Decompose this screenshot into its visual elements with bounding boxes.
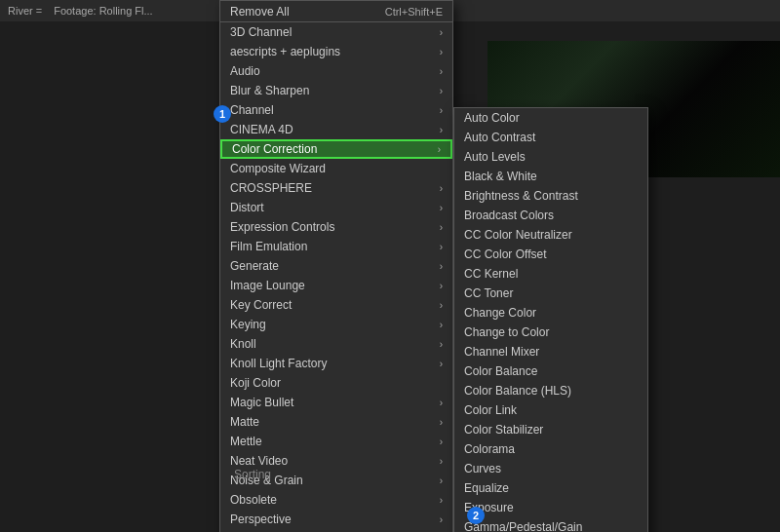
submenu-item-color-stabilizer[interactable]: Color Stabilizer bbox=[454, 420, 647, 439]
label-equalize: Equalize bbox=[464, 481, 509, 495]
submenu-item-cc-toner[interactable]: CC Toner bbox=[454, 284, 647, 303]
label-distort: Distort bbox=[230, 201, 264, 214]
label-mettle: Mettle bbox=[230, 435, 262, 448]
submenu-item-channel-mixer[interactable]: Channel Mixer bbox=[454, 342, 647, 361]
menu-item-mettle[interactable]: Mettle › bbox=[220, 432, 452, 451]
menu-item-knoll[interactable]: Knoll › bbox=[220, 334, 452, 354]
menu-item-key-correct[interactable]: Key Correct › bbox=[220, 295, 452, 315]
menu-item-film-emulation[interactable]: Film Emulation › bbox=[220, 237, 452, 256]
submenu-item-auto-color[interactable]: Auto Color bbox=[454, 108, 647, 128]
arrow-cinema4d: › bbox=[440, 125, 443, 135]
arrow-film-emulation: › bbox=[440, 242, 443, 252]
arrow-magic-bullet: › bbox=[440, 398, 443, 408]
menu-item-channel[interactable]: Channel › bbox=[220, 100, 452, 120]
label-auto-levels: Auto Levels bbox=[464, 150, 526, 164]
menu-item-blur[interactable]: Blur & Sharpen › bbox=[220, 81, 452, 100]
arrow-channel: › bbox=[440, 105, 443, 116]
submenu-item-cc-neutralizer[interactable]: CC Color Neutralizer bbox=[454, 225, 647, 245]
menu-item-color-correction[interactable]: Color Correction › bbox=[220, 139, 452, 159]
river-label: River = bbox=[8, 5, 42, 17]
submenu-item-colorama[interactable]: Colorama bbox=[454, 439, 647, 459]
submenu-item-cc-offset[interactable]: CC Color Offset bbox=[454, 245, 647, 264]
label-channel: Channel bbox=[230, 103, 274, 117]
submenu-item-change-to-color[interactable]: Change to Color bbox=[454, 323, 647, 342]
submenu-item-color-link[interactable]: Color Link bbox=[454, 400, 647, 420]
label-color-balance: Color Balance bbox=[464, 364, 537, 378]
arrow-aescripts: › bbox=[440, 47, 443, 57]
label-film-emulation: Film Emulation bbox=[230, 240, 307, 253]
label-channel-mixer: Channel Mixer bbox=[464, 345, 539, 359]
arrow-color-correction: › bbox=[438, 144, 441, 155]
submenu-item-black-white[interactable]: Black & White bbox=[454, 167, 647, 186]
submenu-item-broadcast[interactable]: Broadcast Colors bbox=[454, 206, 647, 225]
menu-item-3d-channel[interactable]: 3D Channel › bbox=[220, 22, 452, 42]
label-cinema4d: CINEMA 4D bbox=[230, 123, 293, 136]
menu-item-perspective[interactable]: Perspective › bbox=[220, 510, 452, 529]
label-matte: Matte bbox=[230, 415, 259, 429]
menu-item-keying[interactable]: Keying › bbox=[220, 315, 452, 334]
submenu-item-auto-contrast[interactable]: Auto Contrast bbox=[454, 128, 647, 147]
menu-item-matte[interactable]: Matte › bbox=[220, 412, 452, 432]
arrow-perspective: › bbox=[440, 514, 443, 525]
label-color-correction: Color Correction bbox=[232, 142, 317, 156]
menu-item-obsolete[interactable]: Obsolete › bbox=[220, 490, 452, 510]
submenu-color-correction: Auto Color Auto Contrast Auto Levels Bla… bbox=[453, 107, 648, 532]
arrow-audio: › bbox=[440, 66, 443, 77]
menu-item-knoll-light[interactable]: Knoll Light Factory › bbox=[220, 354, 452, 373]
menu-item-koji-color[interactable]: Koji Color bbox=[220, 373, 452, 393]
label-composite-wizard: Composite Wizard bbox=[230, 162, 326, 175]
arrow-blur: › bbox=[440, 86, 443, 96]
menu-item-distort[interactable]: Distort › bbox=[220, 198, 452, 217]
menu-item-expression-controls[interactable]: Expression Controls › bbox=[220, 217, 452, 237]
submenu-item-color-balance[interactable]: Color Balance bbox=[454, 361, 647, 381]
arrow-distort: › bbox=[440, 203, 443, 213]
submenu-item-curves[interactable]: Curves bbox=[454, 459, 647, 478]
menu-item-generate[interactable]: Generate › bbox=[220, 256, 452, 276]
menu-item-remove-all[interactable]: Remove All Ctrl+Shift+E bbox=[220, 1, 452, 22]
arrow-obsolete: › bbox=[440, 495, 443, 506]
label-cc-kernel: CC Kernel bbox=[464, 267, 518, 281]
badge-two: 2 bbox=[467, 507, 485, 524]
arrow-image-lounge: › bbox=[440, 281, 443, 291]
label-cc-toner: CC Toner bbox=[464, 286, 513, 300]
label-auto-contrast: Auto Contrast bbox=[464, 131, 535, 144]
submenu-item-brightness[interactable]: Brightness & Contrast bbox=[454, 186, 647, 206]
label-audio: Audio bbox=[230, 64, 260, 78]
submenu-item-color-balance-hls[interactable]: Color Balance (HLS) bbox=[454, 381, 647, 400]
menu-item-aescripts[interactable]: aescripts + aeplugins › bbox=[220, 42, 452, 61]
label-obsolete: Obsolete bbox=[230, 493, 277, 507]
menu-item-composite-wizard[interactable]: Composite Wizard bbox=[220, 159, 452, 178]
arrow-generate: › bbox=[440, 261, 443, 272]
menu-item-cinema4d[interactable]: CINEMA 4D › bbox=[220, 120, 452, 139]
arrow-knoll: › bbox=[440, 339, 443, 350]
remove-all-shortcut: Ctrl+Shift+E bbox=[385, 6, 443, 18]
label-knoll: Knoll bbox=[230, 337, 256, 351]
sorting-label: Sorting bbox=[234, 468, 271, 481]
label-aescripts: aescripts + aeplugins bbox=[230, 45, 340, 58]
label-color-balance-hls: Color Balance (HLS) bbox=[464, 384, 571, 398]
submenu-item-change-color[interactable]: Change Color bbox=[454, 303, 647, 323]
menu-item-magic-bullet[interactable]: Magic Bullet › bbox=[220, 393, 452, 412]
arrow-mettle: › bbox=[440, 437, 443, 447]
arrow-neat-video: › bbox=[440, 456, 443, 467]
label-colorama: Colorama bbox=[464, 442, 515, 456]
arrow-matte: › bbox=[440, 417, 443, 428]
submenu-item-cc-kernel[interactable]: CC Kernel bbox=[454, 264, 647, 284]
label-neat-video: Neat Video bbox=[230, 454, 288, 468]
label-magic-bullet: Magic Bullet bbox=[230, 396, 293, 409]
arrow-key-correct: › bbox=[440, 300, 443, 311]
arrow-noise-grain: › bbox=[440, 475, 443, 486]
label-knoll-light: Knoll Light Factory bbox=[230, 357, 327, 370]
menu-item-crossphere[interactable]: CROSSPHERE › bbox=[220, 178, 452, 198]
submenu-item-equalize[interactable]: Equalize bbox=[454, 478, 647, 498]
label-change-to-color: Change to Color bbox=[464, 325, 549, 339]
arrow-expression-controls: › bbox=[440, 222, 443, 233]
arrow-knoll-light: › bbox=[440, 359, 443, 369]
label-expression-controls: Expression Controls bbox=[230, 220, 334, 234]
arrow-crossphere: › bbox=[440, 183, 443, 194]
arrow-keying: › bbox=[440, 320, 443, 330]
menu-item-audio[interactable]: Audio › bbox=[220, 61, 452, 81]
submenu-item-auto-levels[interactable]: Auto Levels bbox=[454, 147, 647, 167]
menu-item-image-lounge[interactable]: Image Lounge › bbox=[220, 276, 452, 295]
label-image-lounge: Image Lounge bbox=[230, 279, 305, 292]
